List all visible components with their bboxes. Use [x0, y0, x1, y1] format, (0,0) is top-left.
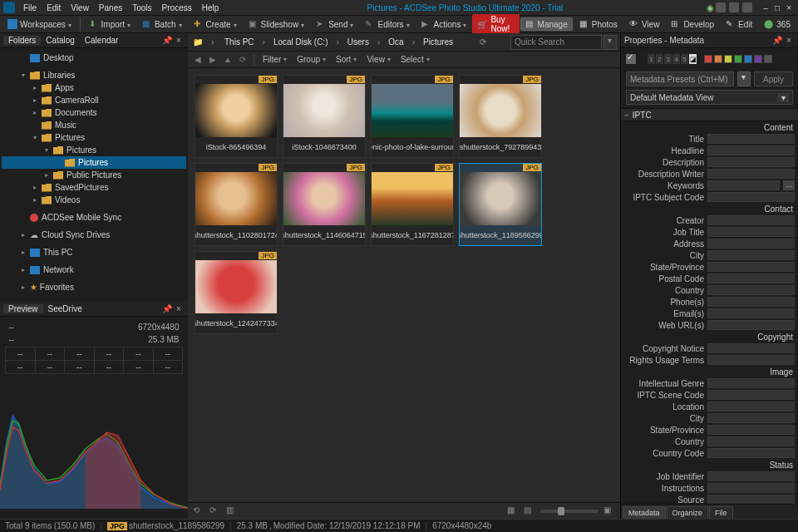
window-minimize[interactable]: – [761, 3, 772, 12]
iptc-field-input[interactable] [707, 471, 795, 481]
iptc-field-input[interactable] [707, 169, 795, 179]
thumbnail-item[interactable]: JPG iStock-1046673400 [283, 75, 366, 158]
tree-music[interactable]: Music [2, 119, 186, 131]
color-tag[interactable] [734, 55, 742, 63]
folder-icon[interactable]: 📁 [191, 36, 204, 49]
menu-help[interactable]: Help [197, 3, 224, 12]
rotate-left-icon[interactable]: ⟲ [193, 505, 204, 517]
mode-photos[interactable]: ▦Photos [574, 17, 623, 31]
tree-cloud-drives[interactable]: ▸☁Cloud Sync Drives [2, 229, 186, 241]
layout-icon-2[interactable] [729, 2, 739, 12]
iptc-field-input[interactable] [707, 134, 795, 144]
mode-365[interactable]: ⬤365 [759, 17, 796, 31]
actions-button[interactable]: ▶Actions [416, 17, 472, 31]
iptc-field-input[interactable] [707, 320, 795, 330]
close-icon[interactable]: × [173, 36, 185, 45]
seedrive-tab[interactable]: SeeDrive [43, 304, 87, 313]
mode-develop[interactable]: ⊞Develop [666, 17, 719, 31]
iptc-field-input[interactable] [707, 262, 795, 272]
color-tags[interactable] [704, 55, 772, 63]
tree-pictures[interactable]: ▾Pictures [2, 131, 186, 144]
color-tag[interactable] [764, 55, 772, 63]
filter-button[interactable]: Filter [259, 55, 291, 64]
metadata-view-select[interactable]: Default Metadata View▾ [626, 90, 793, 105]
iptc-field-input[interactable] [707, 239, 795, 249]
tree-favorites[interactable]: ▸★ Favorites [2, 281, 186, 293]
pin-icon[interactable]: 📌 [771, 36, 783, 45]
menu-view[interactable]: View [66, 3, 94, 12]
breadcrumb[interactable]: This PC Local Disk (C:) Users Oca Pictur… [221, 37, 456, 47]
iptc-field-input[interactable] [707, 250, 795, 260]
menu-file[interactable]: File [18, 3, 42, 12]
close-icon[interactable]: × [783, 36, 795, 45]
workspaces-button[interactable]: Workspaces [2, 17, 76, 31]
nav-up-icon[interactable]: ▲ [221, 55, 234, 64]
menu-panes[interactable]: Panes [94, 3, 127, 12]
filmstrip-icon[interactable]: ▤ [524, 505, 535, 517]
tree-desktop[interactable]: Desktop [2, 52, 186, 64]
pin-icon[interactable]: 📌 [161, 304, 173, 313]
send-button[interactable]: ➤Send [311, 17, 358, 31]
create-button[interactable]: ✚Create [189, 17, 242, 31]
tree-pictures-sub[interactable]: ▾Pictures [2, 144, 186, 156]
user-icon[interactable]: ◉ [707, 3, 714, 12]
nav-back-icon[interactable]: ◀ [191, 55, 204, 64]
sort-button[interactable]: Sort [332, 55, 361, 64]
metadata-preset-select[interactable]: Metadata Presets (Ctrl+M) [626, 71, 734, 86]
iptc-field-input[interactable] [707, 227, 795, 237]
more-icon[interactable]: … [783, 180, 795, 190]
iptc-field-input[interactable] [707, 495, 795, 504]
tree-cameraroll[interactable]: ▸CameraRoll [2, 94, 186, 106]
import-button[interactable]: ⬇Import [84, 17, 135, 31]
layout-icon-1[interactable] [716, 2, 726, 12]
compare-icon[interactable]: ▥ [226, 505, 238, 517]
tree-pictures-selected[interactable]: Pictures [2, 156, 186, 169]
thumbnail-item[interactable]: JPG shutterstock_1102801724 [195, 163, 278, 246]
tree-saved-pictures[interactable]: ▸SavedPictures [2, 181, 186, 194]
view-button[interactable]: View [362, 55, 395, 64]
iptc-field-input[interactable] [707, 483, 795, 493]
mode-manage[interactable]: ▤Manage [520, 17, 573, 31]
tree-this-pc[interactable]: ▸This PC [2, 246, 186, 259]
iptc-field-input[interactable] [707, 297, 795, 307]
color-tag[interactable] [744, 55, 752, 63]
batch-button[interactable]: ▦Batch [137, 17, 187, 31]
iptc-field-input[interactable] [707, 436, 795, 446]
slideshow-button[interactable]: ▣Slideshow [244, 17, 310, 31]
pin-icon[interactable]: 📌 [161, 36, 173, 45]
iptc-field-input[interactable] [707, 180, 780, 190]
catalog-tab[interactable]: Catalog [41, 36, 79, 45]
iptc-field-input[interactable] [707, 285, 795, 295]
thumbnail-item[interactable]: JPG iStock-865496394 [195, 75, 278, 158]
thumbnail-item[interactable]: JPG shutterstock_1189586299 [459, 163, 542, 246]
close-icon[interactable]: × [173, 304, 185, 313]
iptc-field-input[interactable] [707, 390, 795, 400]
apply-button[interactable]: Apply [754, 71, 793, 86]
color-tag[interactable] [724, 55, 732, 63]
zoom-icon[interactable]: ▣ [603, 505, 615, 517]
editors-button[interactable]: ✎Editors [360, 17, 414, 31]
nav-forward-icon[interactable]: ▶ [206, 55, 219, 64]
preset-dropdown-icon[interactable]: ▾ [737, 71, 751, 86]
calendar-tab[interactable]: Calendar [80, 36, 124, 45]
tree-mobile-sync[interactable]: ACDSee Mobile Sync [2, 211, 186, 224]
tab-file[interactable]: File [709, 506, 733, 519]
search-dropdown[interactable]: ▾ [603, 35, 617, 50]
iptc-field-input[interactable] [707, 425, 795, 435]
nav-recurse-icon[interactable]: ⟳ [236, 55, 249, 64]
iptc-field-input[interactable] [707, 355, 795, 365]
menu-process[interactable]: Process [157, 3, 197, 12]
thumbnail-size-slider[interactable] [540, 510, 598, 513]
menu-tools[interactable]: Tools [127, 3, 156, 12]
tab-organize[interactable]: Organize [667, 506, 709, 519]
thumbnail-item[interactable]: JPG shutterstock_1242477334 [195, 251, 278, 334]
tree-network[interactable]: ▸Network [2, 264, 186, 276]
rotate-right-icon[interactable]: ⟳ [209, 505, 221, 517]
buy-now-button[interactable]: 🛒Buy Now! [472, 14, 519, 34]
iptc-field-input[interactable] [707, 145, 795, 155]
thumbnail-item[interactable]: JPG shutterstock_1167281287 [371, 163, 454, 246]
iptc-field-input[interactable] [707, 215, 795, 225]
iptc-field-input[interactable] [707, 308, 795, 318]
color-tag[interactable] [714, 55, 722, 63]
tree-libraries[interactable]: ▾Libraries [2, 69, 186, 81]
